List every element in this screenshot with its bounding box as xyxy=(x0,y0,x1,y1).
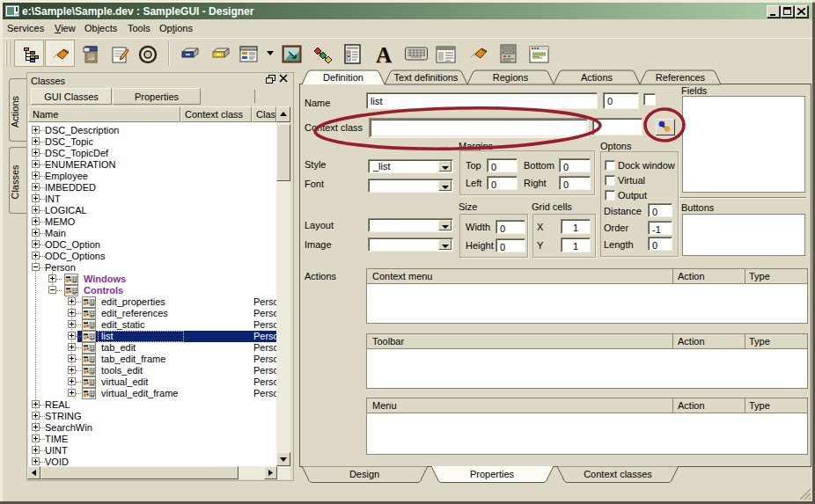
svg-text:Design: Design xyxy=(349,469,379,479)
svg-text:Actions: Actions xyxy=(581,72,613,83)
svg-text:Regions: Regions xyxy=(493,72,529,83)
svg-text:Context classes: Context classes xyxy=(584,469,652,479)
svg-text:Definition: Definition xyxy=(323,72,363,83)
svg-text:Properties: Properties xyxy=(470,469,515,479)
svg-text:Text definitions: Text definitions xyxy=(394,72,459,83)
svg-text:References: References xyxy=(656,72,706,83)
